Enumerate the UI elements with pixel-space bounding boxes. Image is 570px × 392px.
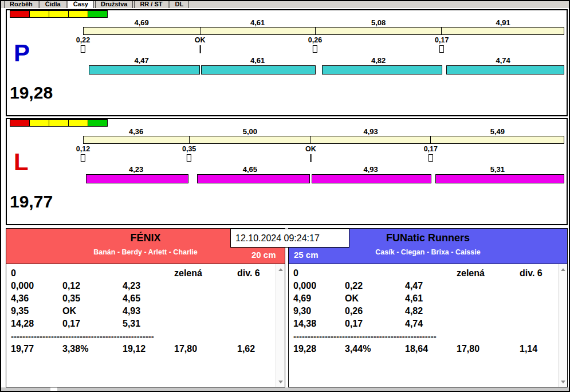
cell: 0,35 xyxy=(62,293,80,304)
status-light-yellow-icon xyxy=(68,119,88,127)
lane-panel-right: P 19,28 4,69 4,61 5,08 4,91 0,22 xyxy=(6,9,568,116)
crossing-value: 0,26 xyxy=(308,36,322,44)
table-row: 4,69 OK 4,61 xyxy=(293,293,557,306)
tab-rr-st[interactable]: RR / ST xyxy=(134,1,168,8)
separator-line: ----------------------------------------… xyxy=(293,331,457,344)
crossing-marker: 0,35 xyxy=(182,145,196,162)
team-dogs: Casík - Clegan - Brixa - Caissie xyxy=(289,248,567,256)
status-lights xyxy=(10,10,108,18)
tab-rozbeh[interactable]: Rozběh xyxy=(4,1,38,8)
total-time: 19,77 xyxy=(11,344,34,354)
tab-druzstva[interactable]: Družstva xyxy=(95,1,133,8)
table-row: 0,000 0,22 4,47 xyxy=(293,281,557,293)
split-label: 5,31 xyxy=(431,165,564,174)
table-row: 14,28 0,17 5,31 xyxy=(11,319,274,331)
timeline-segment xyxy=(84,28,201,34)
lane-letter: L xyxy=(14,150,29,174)
team-dogs: Banán - Berdy - Arlett - Charlie xyxy=(6,248,285,256)
status-light-yellow-icon xyxy=(29,119,49,127)
cell: 1,62 xyxy=(237,344,255,354)
status-light-red-icon xyxy=(10,10,30,18)
cell: 5,31 xyxy=(123,319,140,329)
totals-row: 19,28 3,44% 18,64 17,80 1,14 xyxy=(293,344,557,356)
cell: 4,74 xyxy=(405,319,423,329)
crossing-indicator xyxy=(81,45,85,53)
cell: 4,36 xyxy=(11,293,29,304)
split-label: 4,61 xyxy=(200,18,315,27)
status-light-green-icon xyxy=(88,10,108,18)
lane-panel-left: L 19,77 4,36 5,00 4,93 5,49 0,12 xyxy=(6,118,568,225)
cell: 14,38 xyxy=(293,319,316,329)
timestamp: 12.10.2024 09:24:17 xyxy=(230,229,349,248)
status-badge: zelená xyxy=(174,268,202,279)
cell: 0,17 xyxy=(345,319,363,329)
crossing-marker: OK xyxy=(305,145,316,162)
table-row: 9,30 0,26 4,82 xyxy=(293,306,557,319)
crossing-value: OK xyxy=(305,145,316,153)
team-results: 0 zelená div. 6 0,000 0,12 4,23 4,36 0,3… xyxy=(6,264,285,387)
crossing-row: 0,22 OK 0,26 0,17 xyxy=(83,36,564,56)
run-bar xyxy=(312,174,431,183)
status-badge: zelená xyxy=(457,268,485,279)
cell: 4,82 xyxy=(405,306,423,316)
status-light-yellow-icon xyxy=(29,10,49,18)
crossing-indicator xyxy=(199,45,201,53)
taskbar-item xyxy=(50,387,57,391)
run-bars xyxy=(83,174,564,184)
crossing-value: 0,17 xyxy=(435,36,449,44)
cell: 1,14 xyxy=(520,344,537,354)
cell: 4,61 xyxy=(405,293,423,304)
tab-cidla[interactable]: Čidla xyxy=(40,1,66,8)
cell: 0,22 xyxy=(345,281,363,291)
total-percent: 3,38% xyxy=(62,344,88,354)
results-table: 0 zelená div. 6 0,000 0,22 4,47 4,69 OK … xyxy=(293,268,557,356)
cell: 14,28 xyxy=(11,319,34,329)
scroll-down-button[interactable] xyxy=(559,377,567,386)
crossing-marker: 0,17 xyxy=(424,145,438,162)
tab-bar: Rozběh Čidla Časy Družstva RR / ST DL xyxy=(1,1,569,8)
crossing-value: 0,17 xyxy=(424,145,438,153)
crossing-indicator xyxy=(313,45,317,53)
run-split-labels: 4,23 4,65 4,93 5,31 xyxy=(83,165,564,174)
run-bar xyxy=(322,65,442,75)
crossing-indicator xyxy=(310,154,311,162)
run-bar xyxy=(435,174,564,183)
app-window: Rozběh Čidla Časy Družstva RR / ST DL P … xyxy=(0,0,570,392)
scroll-down-button[interactable] xyxy=(276,377,285,386)
lane-track: 4,69 4,61 5,08 4,91 0,22 OK xyxy=(83,18,564,75)
cell: 17,80 xyxy=(174,344,197,354)
taskbar-strip xyxy=(1,387,569,391)
split-label: 4,93 xyxy=(310,127,430,136)
crossing-indicator xyxy=(187,154,191,162)
scroll-up-button[interactable] xyxy=(559,265,567,274)
table-row: 14,38 0,17 4,74 xyxy=(293,319,557,331)
sensor-timeline-bar xyxy=(83,136,564,144)
run-bar xyxy=(86,174,188,183)
scrollbar[interactable] xyxy=(276,264,285,387)
timeline-segment xyxy=(201,28,316,34)
cell: 0 xyxy=(293,268,298,279)
total-percent: 3,44% xyxy=(345,344,371,354)
run-bar xyxy=(201,65,316,75)
division-label: div. 6 xyxy=(237,268,260,279)
cell: 4,47 xyxy=(405,281,423,291)
table-row: 0 zelená div. 6 xyxy=(11,268,274,281)
tab-casy[interactable]: Časy xyxy=(68,1,94,8)
split-label: 4,82 xyxy=(315,56,442,65)
scrollbar[interactable] xyxy=(558,264,567,387)
tab-dl[interactable]: DL xyxy=(170,1,190,8)
jump-height: 25 cm xyxy=(294,250,319,260)
split-label: 5,08 xyxy=(315,18,442,27)
cell: 9,35 xyxy=(11,306,29,316)
split-label: 4,61 xyxy=(200,56,315,65)
cell: 0,26 xyxy=(345,306,363,316)
scroll-up-button[interactable] xyxy=(276,265,285,274)
lane-total-time: 19,77 xyxy=(10,192,53,211)
status-light-yellow-icon xyxy=(68,10,88,18)
totals-row: 19,77 3,38% 19,12 17,80 1,62 xyxy=(11,344,274,356)
division-label: div. 6 xyxy=(520,268,543,279)
run-bar xyxy=(89,65,200,75)
run-bars xyxy=(83,65,564,75)
timeline-segment xyxy=(311,136,431,143)
crossing-marker: 0,12 xyxy=(76,145,90,162)
